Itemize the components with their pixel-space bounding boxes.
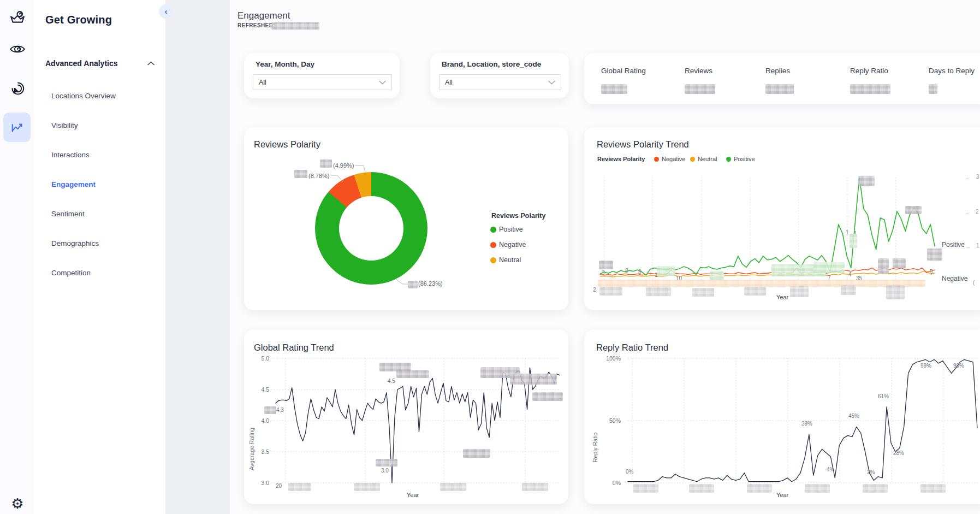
data-label: 4.5 [388, 378, 395, 384]
redacted-value [744, 287, 766, 296]
interactions-swirl-icon[interactable] [8, 79, 27, 98]
chevron-down-icon [548, 80, 555, 85]
location-filter-select[interactable]: All [439, 74, 561, 90]
kpi-label-replies: Replies [765, 67, 790, 75]
brand-logo-icon[interactable] [8, 8, 27, 28]
redacted-value [893, 258, 906, 268]
select-value: All [259, 79, 266, 86]
chevron-left-icon: ‹ [165, 7, 168, 15]
chevron-down-icon [379, 80, 386, 85]
sidebar-item-demographics[interactable]: Demographics [51, 239, 99, 247]
swirl-cursor-icon [9, 80, 26, 97]
sidebar-item-interactions[interactable]: Interactions [51, 151, 90, 159]
redacted-value [841, 285, 856, 295]
legend-label: Neutral [499, 256, 521, 264]
settings-gear-icon[interactable]: ⚙ [8, 494, 27, 513]
data-label: 4.3 [276, 407, 284, 413]
data-label: 99% [953, 363, 964, 369]
app-root: ⚙ Get Growing Advanced Analytics Locatio… [0, 0, 980, 514]
line-chart-icon [9, 119, 25, 135]
redacted-value [599, 261, 613, 269]
redacted-value [396, 370, 429, 378]
redacted-value [813, 262, 845, 273]
sidebar-item-sentiment[interactable]: Sentiment [51, 210, 85, 218]
data-label: 20 [276, 483, 282, 489]
redacted-value [510, 374, 557, 385]
sidebar-item-competition[interactable]: Competition [51, 269, 91, 277]
data-label: 99% [920, 363, 931, 369]
sidebar-section-advanced-analytics[interactable]: Advanced Analytics [45, 59, 155, 68]
redacted-value [850, 234, 857, 248]
y-axis-tick: 4.5 [247, 386, 269, 393]
kpi-summary-card: Global RatingReviewsRepliesReply RatioDa… [584, 53, 980, 104]
sidebar-item-locations-overview[interactable]: Locations Overview [51, 92, 116, 100]
donut-legend-item-positive[interactable]: Positive [490, 226, 523, 233]
analytics-chart-icon[interactable] [3, 113, 31, 142]
select-value: All [445, 79, 453, 86]
clipped-axis-tick: 3 [976, 174, 979, 180]
reply-ratio-chart[interactable] [584, 329, 980, 504]
redacted-value [886, 285, 905, 299]
donut-legend-item-negative[interactable]: Negative [490, 241, 526, 249]
data-label: 1 [846, 229, 849, 235]
clipped-axis-tick: ·· [965, 211, 969, 217]
data-label: 28% [893, 450, 904, 456]
kpi-label-reply-ratio: Reply Ratio [850, 67, 888, 75]
sidebar-nav: Get Growing Advanced Analytics Locations… [34, 0, 165, 514]
collapse-sidebar-button[interactable]: ‹ [159, 4, 173, 19]
clipped-axis-tick: ·· [966, 245, 970, 251]
sidebar-item-visibility[interactable]: Visibility [51, 121, 78, 129]
page-title: Engagement [237, 10, 290, 21]
legend-label: Positive [499, 226, 523, 233]
data-label: 0% [626, 469, 633, 475]
redacted-value [271, 22, 319, 29]
kpi-value-redacted [685, 84, 715, 94]
y-axis-tick: 3.0 [247, 480, 269, 486]
eye-icon [9, 40, 26, 58]
filter-card-location: Brand, Location, store_code All [430, 53, 569, 98]
donut-callout: (8.78%) [308, 173, 330, 179]
section-label: Advanced Analytics [45, 59, 118, 68]
data-label: 61% [878, 393, 889, 399]
redacted-value [320, 159, 332, 168]
redacted-value [858, 176, 875, 186]
legend-label: Negative [499, 241, 526, 249]
sidebar-item-engagement[interactable]: Engagement [51, 180, 96, 188]
redacted-value [532, 392, 563, 401]
clipped-axis-tick: 1 [976, 243, 979, 249]
x-axis-title: Year [776, 294, 788, 300]
filter-card-date: Year, Month, Day All [244, 53, 400, 98]
redacted-value [463, 449, 490, 458]
redacted-value [863, 484, 888, 493]
visibility-eye-icon[interactable] [8, 39, 27, 59]
redacted-value [692, 288, 714, 297]
data-label: 8 [638, 269, 642, 275]
series-end-label: Positive [942, 241, 965, 249]
legend-dot [490, 257, 496, 263]
donut-legend-item-neutral[interactable]: Neutral [490, 256, 521, 264]
redacted-value [646, 287, 671, 296]
date-filter-select[interactable]: All [253, 74, 392, 90]
content-gutter [165, 0, 230, 514]
global-rating-trend-card: Global Rating Trend Avgerage Rating Year… [244, 329, 568, 504]
redacted-value [408, 281, 418, 288]
filter-label: Year, Month, Day [256, 60, 314, 68]
y-axis-tick: 100% [599, 355, 621, 362]
kpi-value-redacted [765, 84, 794, 94]
y-axis-tick: 3.5 [247, 448, 269, 455]
data-label: 4 [848, 271, 852, 277]
clipped-axis-tick: ( [973, 280, 975, 286]
redacted-value [927, 249, 942, 261]
brand-logo-icon [8, 9, 27, 27]
redacted-value [920, 484, 946, 493]
series-end-label: Negative [942, 275, 967, 282]
kpi-label-days-to-reply: Days to Reply [929, 67, 975, 75]
chevron-up-icon [147, 61, 155, 66]
legend-dot [490, 227, 496, 233]
data-label: 4% [827, 466, 834, 472]
redacted-value [878, 258, 889, 274]
gear-icon: ⚙ [11, 497, 23, 511]
global-rating-chart[interactable] [244, 329, 568, 504]
data-label: 3.0 [381, 468, 389, 474]
kpi-value-redacted [929, 84, 937, 94]
